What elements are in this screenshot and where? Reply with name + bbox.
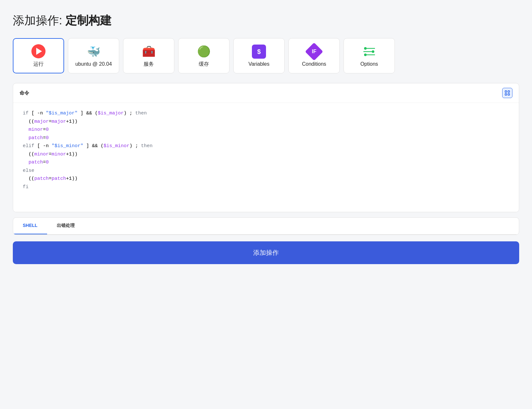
code-line-9: ((patch=patch+1)) (23, 175, 509, 183)
tab-conditions[interactable]: IF Conditions (288, 38, 340, 73)
code-line-1: if [ -n "$is_major" ] && ($is_major) ; t… (23, 109, 509, 118)
tab-service-label: 服务 (144, 61, 154, 68)
code-line-8: else (23, 167, 509, 175)
tab-variables[interactable]: $ Variables (233, 38, 285, 73)
fullscreen-button[interactable] (502, 88, 512, 98)
command-label: 命令 (20, 90, 29, 96)
tabs-row: 运行 🐳 ubuntu @ 20.04 🧰 服务 🟢 缓存 $ Variable… (13, 38, 519, 73)
conditions-icon: IF (307, 45, 321, 59)
command-section: 命令 if [ -n "$is_major" ] && ($is_major) … (13, 83, 519, 212)
tab-ubuntu[interactable]: 🐳 ubuntu @ 20.04 (68, 38, 119, 73)
tab-run-label: 运行 (33, 61, 44, 68)
tab-variables-label: Variables (248, 61, 270, 67)
code-line-10: fi (23, 183, 509, 191)
svg-point-1 (372, 50, 374, 53)
code-editor[interactable]: if [ -n "$is_major" ] && ($is_major) ; t… (13, 103, 519, 212)
options-icon (362, 45, 376, 59)
tab-conditions-label: Conditions (302, 61, 326, 67)
run-icon (31, 44, 46, 58)
svg-rect-8 (505, 94, 507, 95)
code-line-6: ((minor=minor+1)) (23, 150, 509, 159)
docker-icon: 🐳 (87, 45, 101, 59)
tab-error-handling[interactable]: 出错处理 (47, 218, 84, 234)
tab-options[interactable]: Options (344, 38, 395, 73)
svg-point-2 (364, 54, 367, 56)
svg-rect-7 (508, 91, 510, 92)
tab-cache[interactable]: 🟢 缓存 (178, 38, 229, 73)
code-line-5: elif [ -n "$is_minor" ] && ($is_minor) ;… (23, 142, 509, 150)
bottom-tabs-header: SHELL 出错处理 (13, 218, 519, 235)
svg-rect-9 (508, 94, 510, 95)
tab-run[interactable]: 运行 (13, 38, 64, 73)
tab-cache-label: 缓存 (199, 61, 209, 68)
code-line-4: patch=0 (23, 134, 509, 142)
tab-ubuntu-label: ubuntu @ 20.04 (75, 61, 112, 67)
tab-service[interactable]: 🧰 服务 (123, 38, 174, 73)
bottom-tabs-section: SHELL 出错处理 (13, 217, 519, 235)
code-line-2: ((major=major+1)) (23, 118, 509, 126)
command-header: 命令 (13, 83, 519, 103)
cache-icon: 🟢 (197, 44, 211, 58)
add-action-button[interactable]: 添加操作 (13, 241, 519, 264)
code-line-7: patch=0 (23, 158, 509, 167)
variables-icon: $ (252, 45, 266, 59)
page-title: 添加操作: 定制构建 (13, 13, 519, 29)
svg-rect-6 (505, 91, 507, 92)
code-line-3: minor=0 (23, 126, 509, 134)
svg-point-0 (364, 47, 367, 50)
tab-shell[interactable]: SHELL (13, 218, 47, 234)
tab-options-label: Options (360, 61, 378, 67)
service-icon: 🧰 (142, 44, 156, 58)
